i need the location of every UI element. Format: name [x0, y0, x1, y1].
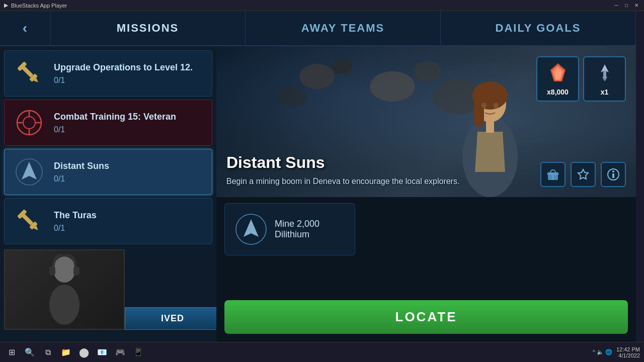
- mission-item-distant-suns[interactable]: Distant Suns 0/1: [4, 149, 212, 195]
- missions-tab-label: MISSIONS: [117, 22, 179, 35]
- svg-point-24: [277, 86, 307, 107]
- mission-name-combat: Combat Training 15: Veteran: [54, 112, 205, 122]
- svg-point-16: [53, 256, 75, 283]
- taskbar: ⊞ 🔍 ⧉ 📁 ⬤ 📧 🎮 📱 ^ 🔈 🌐 12:42 PM 4/1/2022: [0, 342, 644, 362]
- svg-rect-18: [73, 266, 79, 276]
- mission-name-turas: The Turas: [54, 210, 205, 221]
- mission-hero: x8,000 x1: [216, 46, 636, 197]
- mission-progress-combat: 0/1: [54, 125, 205, 134]
- away-teams-tab-label: AWAY TEAMS: [301, 22, 384, 35]
- mission-icon-wrench-turas: [12, 204, 47, 239]
- taskbar-left: ⊞ 🔍 ⧉ 📁 ⬤ 📧 🎮 📱: [4, 345, 146, 360]
- daily-goals-tab-label: DAILY GOALS: [496, 22, 581, 35]
- objective-text: Mine 2,000 Dilithium: [275, 219, 345, 240]
- svg-point-21: [332, 59, 352, 74]
- mission-title-large: Distant Suns: [226, 153, 459, 172]
- dilithium-icon: [548, 62, 568, 86]
- objective-box: Mine 2,000 Dilithium: [224, 203, 355, 255]
- svg-point-33: [494, 103, 499, 109]
- missions-list: Upgrade Operations to Level 12. 0/1: [0, 46, 216, 342]
- start-button[interactable]: ⊞: [4, 345, 19, 360]
- svg-rect-31: [486, 121, 494, 133]
- svg-point-32: [481, 103, 487, 109]
- back-button[interactable]: ‹: [0, 11, 50, 45]
- mission-icon-wrench: [12, 56, 47, 91]
- mission-info-distant-suns: Distant Suns 0/1: [54, 161, 205, 184]
- mission-item-the-turas[interactable]: The Turas 0/1: [4, 198, 212, 244]
- system-tray-icons: ^ 🔈 🌐: [593, 349, 612, 355]
- webcam-person: [5, 250, 124, 329]
- svg-rect-47: [612, 173, 614, 178]
- mission-progress-turas: 0/1: [54, 224, 205, 233]
- main-body: Upgrade Operations to Level 12. 0/1: [0, 46, 636, 342]
- app-icon-2[interactable]: 🎮: [113, 345, 128, 360]
- search-button[interactable]: 🔍: [22, 345, 37, 360]
- title-bar-left: ▶ BlueStacks App Player: [4, 2, 67, 9]
- app-title: BlueStacks App Player: [11, 3, 67, 9]
- app-icon-1[interactable]: 📧: [95, 345, 110, 360]
- tab-missions[interactable]: MISSIONS: [50, 11, 246, 45]
- current-date: 4/1/2022: [616, 352, 640, 358]
- locate-button[interactable]: LOCATE: [224, 300, 628, 334]
- close-button[interactable]: ✕: [633, 2, 640, 9]
- reward-boxes: x8,000 x1: [536, 56, 626, 102]
- taskbar-right: ^ 🔈 🌐 12:42 PM 4/1/2022: [593, 346, 640, 358]
- item-amount: x1: [601, 88, 609, 96]
- svg-point-46: [612, 170, 614, 172]
- minimize-button[interactable]: ─: [613, 2, 620, 9]
- svg-point-20: [299, 64, 335, 89]
- svg-marker-11: [22, 162, 37, 179]
- svg-point-5: [23, 117, 35, 129]
- chrome-icon[interactable]: ⬤: [76, 345, 92, 360]
- tab-away-teams[interactable]: AWAY TEAMS: [246, 11, 441, 45]
- svg-point-23: [414, 61, 442, 81]
- favorite-action-button[interactable]: [571, 162, 596, 187]
- received-label: IVED: [161, 313, 184, 324]
- app-container: ‹ MISSIONS AWAY TEAMS DAILY GOALS: [0, 11, 636, 342]
- gift-action-button[interactable]: [540, 162, 566, 187]
- mission-info-turas: The Turas 0/1: [54, 210, 205, 233]
- mission-detail: x8,000 x1: [216, 46, 636, 342]
- time-display: 12:42 PM 4/1/2022: [616, 346, 640, 358]
- info-action-button[interactable]: [601, 162, 626, 187]
- mission-text-overlay: Distant Suns Begin a mining boom in Dene…: [226, 153, 459, 187]
- mission-icon-crosshair: [12, 105, 47, 140]
- back-icon: ‹: [23, 20, 27, 36]
- item-icon: [595, 62, 615, 86]
- mission-info-combat: Combat Training 15: Veteran 0/1: [54, 112, 205, 134]
- current-time: 12:42 PM: [616, 346, 640, 352]
- action-icons: [540, 162, 626, 187]
- svg-point-19: [49, 285, 79, 325]
- reward-box-dilithium: x8,000: [536, 56, 579, 102]
- app-icon-3[interactable]: 📱: [131, 345, 146, 360]
- dilithium-amount: x8,000: [547, 88, 569, 96]
- mission-item-upgrade-ops[interactable]: Upgrade Operations to Level 12. 0/1: [4, 50, 212, 97]
- mission-description: Begin a mining boom in Deneva to encoura…: [226, 176, 459, 187]
- title-bar: ▶ BlueStacks App Player ─ □ ✕: [0, 0, 644, 11]
- svg-rect-30: [474, 97, 484, 127]
- webcam-area: [4, 249, 125, 330]
- objective-icon: [235, 212, 268, 247]
- svg-marker-44: [578, 169, 588, 179]
- mission-progress-upgrade-ops: 0/1: [54, 76, 205, 85]
- app-icon: ▶: [4, 2, 8, 9]
- received-button[interactable]: IVED: [125, 307, 216, 330]
- tab-daily-goals[interactable]: DAILY GOALS: [441, 11, 636, 45]
- mission-info-upgrade-ops: Upgrade Operations to Level 12. 0/1: [54, 62, 205, 85]
- task-view-button[interactable]: ⧉: [40, 345, 55, 360]
- svg-point-22: [370, 71, 415, 102]
- svg-rect-17: [49, 266, 55, 276]
- mission-name-upgrade-ops: Upgrade Operations to Level 12.: [54, 62, 205, 73]
- svg-marker-27: [475, 132, 505, 172]
- explorer-icon[interactable]: 📁: [58, 345, 73, 360]
- top-nav: ‹ MISSIONS AWAY TEAMS DAILY GOALS: [0, 11, 636, 46]
- svg-rect-38: [603, 70, 606, 78]
- title-bar-right: ─ □ ✕: [613, 2, 640, 9]
- mission-progress-distant-suns: 0/1: [54, 174, 205, 184]
- mission-objectives: Mine 2,000 Dilithium: [216, 197, 636, 296]
- mission-name-distant-suns: Distant Suns: [54, 161, 205, 171]
- mission-icon-arrow-distant-suns: [12, 154, 47, 190]
- reward-box-item: x1: [583, 56, 626, 102]
- mission-item-combat-training[interactable]: Combat Training 15: Veteran 0/1: [4, 100, 212, 146]
- restore-button[interactable]: □: [623, 2, 630, 9]
